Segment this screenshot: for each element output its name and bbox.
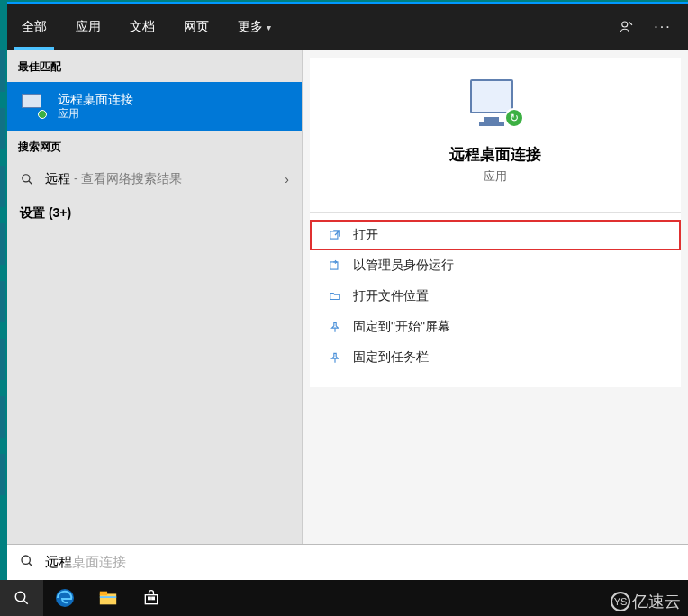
more-options-icon[interactable]: ··· [645, 4, 681, 50]
action-run-admin-label: 以管理员身份运行 [353, 258, 454, 274]
preview-subtitle: 应用 [319, 168, 672, 185]
tab-doc[interactable]: 文档 [115, 4, 169, 50]
taskbar: YS亿速云 [0, 580, 688, 616]
taskbar-explorer-icon[interactable] [86, 580, 130, 616]
svg-rect-14 [100, 596, 116, 598]
search-input-bar[interactable]: 远程桌面连接 [7, 544, 688, 580]
best-match-header: 最佳匹配 [7, 50, 302, 82]
action-open-location[interactable]: 打开文件位置 [310, 281, 681, 312]
web-search-suffix: - 查看网络搜索结果 [70, 171, 182, 186]
svg-rect-16 [149, 597, 151, 600]
tab-more[interactable]: 更多 ▾ [223, 4, 285, 50]
divider [310, 212, 681, 213]
svg-line-2 [29, 181, 32, 185]
tab-web[interactable]: 网页 [169, 4, 223, 50]
best-match-title: 远程桌面连接 [58, 91, 133, 107]
search-body: 最佳匹配 远程桌面连接 应用 搜索网页 远程 - 查看网络搜索结果 › [7, 50, 688, 580]
search-tabs: 全部 应用 文档 网页 更多 ▾ [7, 4, 285, 50]
web-search-term: 远程 [45, 171, 70, 186]
best-match-subtitle: 应用 [58, 107, 133, 122]
svg-rect-15 [145, 595, 157, 604]
svg-rect-4 [330, 262, 338, 269]
chevron-down-icon: ▾ [267, 23, 271, 32]
folder-icon [328, 289, 342, 303]
taskbar-edge-icon[interactable] [43, 580, 86, 616]
taskbar-search-button[interactable] [0, 580, 43, 616]
rdp-icon [22, 94, 47, 119]
best-match-text: 远程桌面连接 应用 [58, 91, 133, 122]
preview-hero: ↻ 远程桌面连接 应用 [310, 58, 681, 212]
preview-panel: ↻ 远程桌面连接 应用 打开 [303, 50, 688, 580]
settings-row[interactable]: 设置 (3+) [7, 196, 302, 231]
tab-more-label: 更多 [238, 19, 263, 35]
svg-line-8 [29, 563, 32, 566]
svg-rect-13 [100, 592, 107, 596]
action-pin-taskbar-label: 固定到任务栏 [353, 349, 429, 366]
search-typed: 远程 [45, 554, 72, 569]
preview-actions: 打开 以管理员身份运行 打开文件位置 [310, 220, 681, 387]
open-icon [328, 228, 342, 242]
svg-line-10 [23, 600, 28, 604]
svg-point-0 [622, 22, 628, 27]
preview-card: ↻ 远程桌面连接 应用 打开 [310, 58, 681, 387]
tab-app[interactable]: 应用 [61, 4, 115, 50]
watermark: YS亿速云 [611, 591, 681, 612]
action-open[interactable]: 打开 [310, 220, 681, 250]
pin-start-icon [328, 320, 342, 334]
results-panel: 最佳匹配 远程桌面连接 应用 搜索网页 远程 - 查看网络搜索结果 › [7, 50, 303, 580]
start-search-window: 全部 应用 文档 网页 更多 ▾ ··· 最佳匹配 远程桌面连接 [7, 2, 688, 580]
pin-taskbar-icon [328, 350, 342, 365]
taskbar-store-icon[interactable] [130, 580, 173, 616]
best-match-item[interactable]: 远程桌面连接 应用 [7, 82, 302, 131]
search-icon [20, 172, 34, 186]
action-run-admin[interactable]: 以管理员身份运行 [310, 250, 681, 281]
desktop-icons-strip [0, 50, 7, 537]
svg-point-1 [23, 175, 30, 182]
svg-point-9 [15, 592, 25, 602]
action-pin-start[interactable]: 固定到"开始"屏幕 [310, 312, 681, 342]
search-icon [20, 554, 34, 572]
web-search-row[interactable]: 远程 - 查看网络搜索结果 › [7, 162, 302, 196]
chevron-right-icon: › [285, 172, 289, 186]
web-search-label: 远程 - 查看网络搜索结果 [45, 171, 182, 187]
tab-all[interactable]: 全部 [7, 4, 61, 50]
admin-icon [328, 258, 342, 273]
search-web-header: 搜索网页 [7, 131, 302, 162]
action-open-label: 打开 [353, 227, 378, 243]
action-open-location-label: 打开文件位置 [353, 288, 429, 304]
search-text-wrap: 远程桌面连接 [45, 554, 126, 571]
action-pin-taskbar[interactable]: 固定到任务栏 [310, 342, 681, 373]
rdp-large-icon: ↻ [466, 79, 524, 131]
preview-title: 远程桌面连接 [319, 144, 672, 165]
feedback-icon[interactable] [609, 4, 645, 50]
search-ghost: 桌面连接 [72, 554, 126, 569]
watermark-text: 亿速云 [632, 591, 681, 612]
svg-rect-17 [152, 597, 155, 600]
svg-rect-3 [330, 231, 338, 239]
svg-point-7 [22, 556, 30, 564]
search-topbar: 全部 应用 文档 网页 更多 ▾ ··· [7, 4, 688, 50]
action-pin-start-label: 固定到"开始"屏幕 [353, 319, 450, 335]
